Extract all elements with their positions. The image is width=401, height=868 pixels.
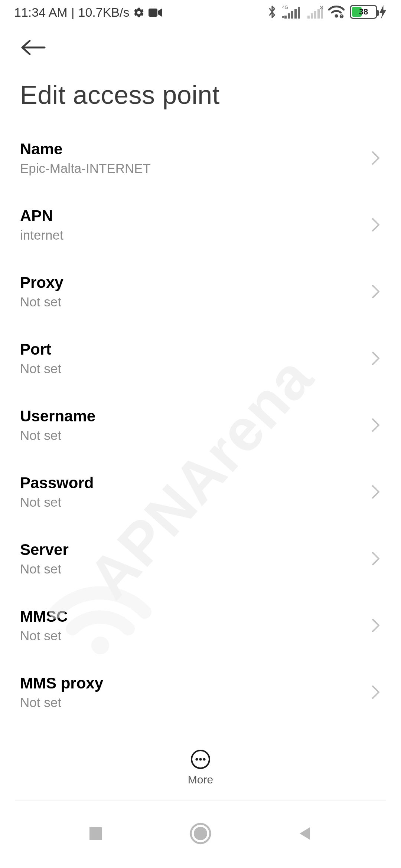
svg-point-18 (199, 758, 202, 761)
field-label: Server (20, 541, 69, 559)
chevron-right-icon (371, 684, 381, 700)
chevron-right-icon (371, 550, 381, 567)
field-label: Port (20, 341, 61, 358)
field-value: Not set (20, 295, 63, 309)
field-mms-proxy[interactable]: MMS proxy Not set (20, 659, 381, 714)
gear-icon (133, 7, 145, 19)
status-bar: 11:34 AM | 10.7KB/s 4G (0, 0, 401, 24)
signal-4g-icon: 4G (282, 4, 300, 19)
chevron-right-icon (371, 283, 381, 300)
svg-point-19 (203, 758, 205, 761)
status-left: 11:34 AM | 10.7KB/s (14, 5, 162, 20)
svg-point-17 (195, 758, 198, 761)
svg-rect-9 (311, 13, 313, 19)
nav-home-button[interactable] (189, 822, 212, 845)
field-mmsc[interactable]: MMSC Not set (20, 592, 381, 659)
field-value: Not set (20, 628, 68, 643)
svg-rect-6 (294, 9, 297, 19)
field-value: internet (20, 228, 63, 243)
status-right: 4G (267, 4, 386, 19)
scroll-fade (0, 717, 401, 736)
field-value: Not set (20, 695, 103, 710)
field-label: APN (20, 207, 63, 225)
battery-indicator: 38 (350, 5, 386, 19)
field-username[interactable]: Username Not set (20, 392, 381, 458)
field-label: Proxy (20, 274, 63, 292)
wifi-icon (328, 5, 345, 19)
svg-rect-11 (317, 9, 320, 19)
status-separator: | (71, 5, 75, 20)
back-button[interactable] (20, 38, 381, 57)
chevron-right-icon (371, 417, 381, 433)
android-nav-bar (0, 799, 401, 868)
svg-rect-7 (298, 7, 300, 19)
chevron-right-icon (371, 217, 381, 233)
field-port[interactable]: Port Not set (20, 325, 381, 392)
nav-recent-button[interactable] (87, 825, 104, 842)
field-server[interactable]: Server Not set (20, 525, 381, 592)
field-label: Username (20, 407, 95, 425)
more-icon (190, 749, 211, 770)
field-proxy[interactable]: Proxy Not set (20, 258, 381, 325)
svg-rect-10 (314, 11, 316, 19)
chevron-right-icon (371, 617, 381, 634)
field-value: Not set (20, 495, 94, 510)
chevron-right-icon (371, 150, 381, 166)
svg-rect-5 (291, 11, 293, 19)
field-password[interactable]: Password Not set (20, 458, 381, 525)
video-camera-icon (149, 8, 162, 17)
chevron-right-icon (371, 350, 381, 366)
field-label: Name (20, 140, 151, 158)
svg-point-13 (335, 14, 338, 18)
status-time: 11:34 AM (14, 5, 68, 20)
more-label: More (188, 773, 213, 786)
chevron-right-icon (371, 484, 381, 500)
svg-rect-4 (288, 13, 290, 19)
svg-point-22 (194, 827, 207, 840)
charging-bolt-icon (379, 5, 386, 19)
battery-percent: 38 (351, 7, 376, 17)
status-net-speed: 10.7KB/s (78, 5, 130, 20)
svg-text:4G: 4G (282, 5, 288, 10)
field-value: Epic-Malta-INTERNET (20, 161, 151, 176)
svg-rect-1 (149, 9, 157, 17)
bottom-action-bar: More (0, 736, 401, 799)
field-apn[interactable]: APN internet (20, 191, 381, 258)
more-button[interactable]: More (188, 749, 213, 786)
bluetooth-icon (267, 4, 277, 19)
field-label: MMSC (20, 608, 68, 625)
field-value: Not set (20, 428, 95, 443)
page-title: Edit access point (0, 57, 401, 125)
field-value: Not set (20, 361, 61, 376)
nav-back-button[interactable] (297, 825, 314, 842)
signal-empty-icon (305, 4, 323, 19)
svg-rect-8 (307, 16, 310, 19)
field-label: Password (20, 474, 94, 492)
settings-list: Name Epic-Malta-INTERNET APN internet Pr… (0, 125, 401, 714)
svg-rect-3 (284, 16, 287, 19)
svg-rect-20 (89, 827, 102, 840)
field-value: Not set (20, 562, 69, 576)
field-label: MMS proxy (20, 674, 103, 692)
field-name[interactable]: Name Epic-Malta-INTERNET (20, 125, 381, 191)
